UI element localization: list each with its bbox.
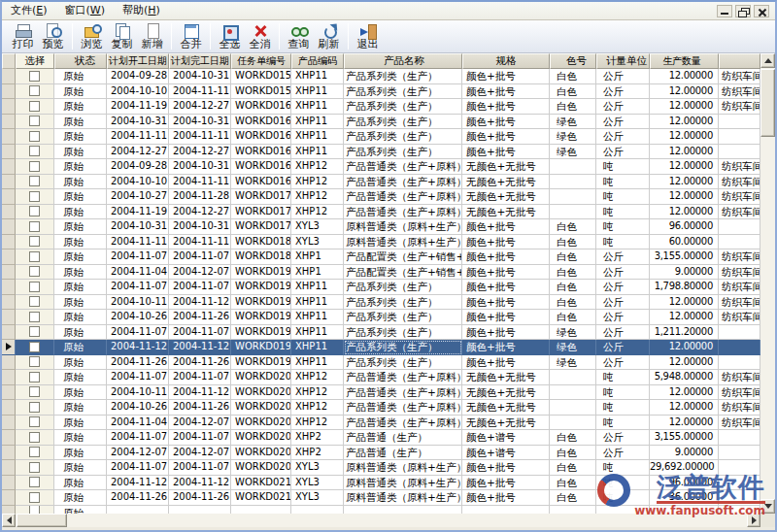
row-checkbox[interactable] bbox=[29, 432, 40, 443]
table-row[interactable]: 原始2004-11-042004-12-07WORKD0203XHP12产品普通… bbox=[2, 416, 760, 431]
row-checkbox[interactable] bbox=[29, 251, 40, 262]
minimize-button[interactable] bbox=[717, 5, 732, 17]
row-checkbox[interactable] bbox=[29, 312, 40, 322]
scroll-left-button[interactable] bbox=[2, 514, 16, 527]
row-checkbox[interactable] bbox=[29, 372, 40, 382]
row-checkbox[interactable] bbox=[29, 447, 40, 457]
table-row[interactable]: 原始2004-11-072004-11-07WORKD0209XYL3原料普通类… bbox=[2, 460, 760, 476]
column-header-8[interactable]: 色号 bbox=[550, 53, 596, 69]
row-checkbox[interactable] bbox=[29, 282, 40, 292]
table-row[interactable]: 原始2004-10-272004-11-28WORKD0170XHP12产品普通… bbox=[2, 189, 760, 205]
row-checkbox[interactable] bbox=[29, 492, 40, 503]
table-row[interactable]: 原始2004-11-042004-12-07WORKD0190XHP1产品配置类… bbox=[2, 265, 760, 281]
cell-task-no: WORKD0160 bbox=[231, 99, 291, 115]
toolbar-button[interactable]: 查询 bbox=[284, 20, 314, 52]
column-header-0[interactable]: 选择 bbox=[16, 53, 54, 69]
toolbar-button[interactable]: 退出 bbox=[353, 20, 383, 52]
toolbar-button[interactable]: 合并 bbox=[176, 20, 206, 52]
table-row[interactable]: 原始2004-10-262004-11-26WORKD0194XHP11产品系列… bbox=[2, 310, 760, 325]
table-row[interactable]: 原始2004-10-112004-11-12WORKD0201XHP12产品普通… bbox=[2, 385, 760, 401]
table-row[interactable]: 原始2004-12-272004-12-27WORKD0165XHP11产品系列… bbox=[2, 145, 760, 160]
row-checkbox[interactable] bbox=[29, 161, 40, 172]
table-row[interactable]: 原始2004-11-072004-11-07WORKD0189XHP1产品配置类… bbox=[2, 249, 760, 265]
table-row[interactable]: 原始2004-11-262004-11-26WORKD0211XYL3原料普通类… bbox=[2, 490, 760, 506]
cell-workshop: 纺织车间 bbox=[719, 265, 760, 281]
row-checkbox[interactable] bbox=[29, 146, 40, 156]
toolbar-button[interactable]: 全选 bbox=[215, 20, 245, 52]
row-checkbox[interactable] bbox=[29, 342, 40, 352]
column-header-7[interactable]: 规格 bbox=[462, 53, 550, 69]
table-row[interactable]: 原始2004-11-072004-11-07WORKD0196XHP11产品系列… bbox=[2, 325, 760, 341]
row-checkbox[interactable] bbox=[29, 462, 40, 473]
toolbar-button[interactable]: 打印 bbox=[8, 20, 38, 52]
toolbar-button[interactable]: 新增 bbox=[137, 20, 167, 52]
table-row[interactable]: 原始2004-11-072004-11-07WORKD0204XHP2产品普通（… bbox=[2, 430, 760, 446]
column-header-10[interactable]: 生产数量 bbox=[650, 53, 719, 69]
cell-workshop: 纺织车间 bbox=[719, 310, 760, 325]
toolbar-button[interactable]: 全消 bbox=[245, 20, 275, 52]
row-checkbox[interactable] bbox=[29, 506, 40, 515]
row-checkbox[interactable] bbox=[29, 176, 40, 186]
table-row[interactable]: 原始2004-10-112004-11-12WORKD0193XHP11产品系列… bbox=[2, 295, 760, 311]
column-header-2[interactable]: 计划开工日期 bbox=[107, 53, 169, 69]
menu-item-1[interactable]: 窗口(W) bbox=[56, 1, 114, 20]
row-checkbox[interactable] bbox=[29, 266, 40, 277]
column-header-3[interactable]: 计划完工日期 bbox=[169, 53, 231, 69]
table-row[interactable]: 原始2004-11-122004-11-12WORKD0210XYL3原料普通类… bbox=[2, 476, 760, 491]
toolbar-button[interactable]: 刷新 bbox=[314, 20, 344, 52]
table-row[interactable]: 原始2004-10-102004-11-11WORKD0168XHP12产品普通… bbox=[2, 175, 760, 190]
table-row[interactable]: 原始2004-09-282004-10-31WORKD0157XHP11产品系列… bbox=[2, 69, 760, 84]
cell-product-code: XYL3 bbox=[291, 476, 344, 491]
row-checkbox[interactable] bbox=[29, 206, 40, 216]
table-row[interactable]: 原始2004-11-122004-11-12WORKD0197XHP11产品系列… bbox=[2, 340, 760, 355]
row-checkbox[interactable] bbox=[29, 221, 40, 232]
column-header-4[interactable]: 任务单编号 bbox=[231, 53, 291, 69]
row-checkbox[interactable] bbox=[29, 356, 40, 367]
table-row[interactable]: 原始2004-09-282004-10-31WORKD0167XHP12产品普通… bbox=[2, 159, 760, 175]
table-row[interactable]: 原始2004-10-262004-11-26WORKD0202XHP12产品普通… bbox=[2, 400, 760, 416]
row-checkbox[interactable] bbox=[29, 402, 40, 413]
scroll-down-button[interactable] bbox=[760, 499, 775, 514]
table-row[interactable]: 原始2004-11-192004-12-27WORKD0171XHP12产品普通… bbox=[2, 205, 760, 220]
table-row[interactable]: 原始2004-11-072004-11-07WORKD0192XHP11产品系列… bbox=[2, 280, 760, 295]
row-checkbox[interactable] bbox=[29, 116, 40, 126]
toolbar-button[interactable]: 浏览 bbox=[77, 20, 107, 52]
row-checkbox[interactable] bbox=[29, 191, 40, 202]
scroll-right-button[interactable] bbox=[747, 514, 760, 527]
toolbar-button[interactable]: 预览 bbox=[38, 20, 68, 52]
table-row-partial[interactable]: 原始 bbox=[2, 506, 760, 515]
table-row[interactable]: 原始2004-10-312004-10-31WORKD0162XHP11产品系列… bbox=[2, 115, 760, 130]
column-header-6[interactable]: 产品名称 bbox=[344, 53, 462, 69]
column-header-11[interactable] bbox=[719, 53, 760, 69]
table-row[interactable]: 原始2004-11-112004-11-11WORKD0163XHP11产品系列… bbox=[2, 129, 760, 145]
table-row[interactable]: 原始2004-11-112004-11-11WORKD0180XYL3原料普通类… bbox=[2, 235, 760, 250]
table-row[interactable]: 原始2004-10-102004-11-11WORKD0158XHP11产品系列… bbox=[2, 84, 760, 100]
close-button[interactable] bbox=[754, 5, 769, 17]
column-header-1[interactable]: 状态 bbox=[54, 53, 107, 69]
horizontal-scroll-thumb[interactable] bbox=[17, 514, 67, 527]
table-row[interactable]: 原始2004-11-192004-12-27WORKD0160XHP11产品系列… bbox=[2, 99, 760, 115]
column-header-5[interactable]: 产品编码 bbox=[291, 53, 344, 69]
menu-item-0[interactable]: 文件(E) bbox=[2, 1, 56, 20]
row-checkbox[interactable] bbox=[29, 101, 40, 112]
scroll-up-button[interactable] bbox=[760, 53, 775, 68]
restore-button[interactable] bbox=[735, 5, 751, 17]
select-cell bbox=[16, 145, 54, 160]
toolbar-button[interactable]: 复制 bbox=[107, 20, 137, 52]
row-checkbox[interactable] bbox=[29, 296, 40, 307]
row-checkbox[interactable] bbox=[29, 131, 40, 142]
row-checkbox[interactable] bbox=[29, 71, 40, 82]
row-checkbox[interactable] bbox=[29, 326, 40, 337]
vertical-scroll-thumb[interactable] bbox=[760, 69, 775, 137]
column-header-9[interactable]: 计量单位 bbox=[596, 53, 650, 69]
row-checkbox[interactable] bbox=[29, 236, 40, 247]
row-checkbox[interactable] bbox=[29, 386, 40, 397]
table-row[interactable]: 原始2004-12-072004-12-07WORKD0205XHP2产品普通（… bbox=[2, 446, 760, 461]
row-checkbox[interactable] bbox=[29, 85, 40, 96]
table-row[interactable]: 原始2004-10-312004-10-31WORKD0179XYL3原料普通类… bbox=[2, 219, 760, 235]
table-row[interactable]: 原始2004-11-072004-11-07WORKD0200XHP12产品普通… bbox=[2, 370, 760, 385]
menu-item-2[interactable]: 帮助(H) bbox=[114, 1, 169, 20]
table-row[interactable]: 原始2004-11-262004-11-26WORKD0198XHP11产品系列… bbox=[2, 355, 760, 371]
row-checkbox[interactable] bbox=[29, 416, 40, 427]
row-checkbox[interactable] bbox=[29, 477, 40, 487]
